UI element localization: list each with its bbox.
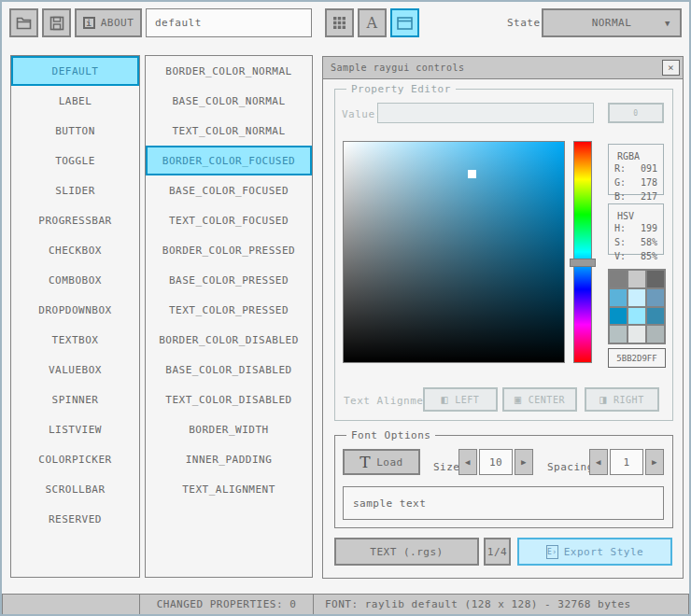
style-color-swatch[interactable] [647,308,664,325]
property-item[interactable]: BORDER_WIDTH [146,414,312,444]
sample-window-titlebar[interactable]: Sample raygui controls [323,57,683,79]
property-item[interactable]: BORDER_COLOR_NORMAL [146,56,312,86]
control-item-valuebox[interactable]: VALUEBOX [11,355,139,385]
style-color-swatch[interactable] [610,289,627,306]
value-box[interactable]: 0 [608,103,664,123]
properties-listview: BORDER_COLOR_NORMAL BASE_COLOR_NORMAL TE… [145,55,313,578]
close-icon: × [668,62,674,74]
close-window-button[interactable]: × [662,60,680,76]
align-right-icon: ◨ [599,395,607,404]
size-decrement-button[interactable]: ◀ [458,449,477,475]
color-picker-panel[interactable] [343,141,565,363]
style-color-swatch[interactable] [610,271,627,287]
control-item-scrollbar[interactable]: SCROLLBAR [11,474,139,504]
control-item-toggle[interactable]: TOGGLE [11,146,139,175]
spacing-value-box[interactable]: 1 [610,449,643,475]
hue-bar[interactable] [573,141,592,363]
open-style-button[interactable] [9,8,38,37]
spinner-left-icon: ◀ [465,457,471,467]
control-item-listview[interactable]: LISTVIEW [11,414,139,444]
style-color-swatch[interactable] [647,326,664,343]
control-item-slider[interactable]: SLIDER [11,175,139,205]
size-increment-button[interactable]: ▶ [515,449,533,475]
control-item-button[interactable]: BUTTON [11,116,139,146]
style-color-swatch[interactable] [628,326,645,343]
hex-value-box[interactable]: 5BB2D9FF [608,348,666,368]
property-item-selected[interactable]: BORDER_COLOR_FOCUSED [146,146,312,175]
control-item-textbox[interactable]: TEXTBOX [11,325,139,355]
hue-slider[interactable] [570,259,596,267]
folder-icon [16,16,32,30]
controls-listview: DEFAULT LABEL BUTTON TOGGLE SLIDER PROGR… [10,55,140,578]
property-item[interactable]: BASE_COLOR_PRESSED [146,265,312,295]
s-value: 58% [641,235,657,249]
statusbar-left [2,594,140,615]
spacing-decrement-button[interactable]: ◀ [589,449,608,475]
rgba-group: RGBA R:091 G:178 B:217 [608,144,664,195]
state-dropdown[interactable]: NORMAL ▼ [542,8,682,37]
control-item-label[interactable]: LABEL [11,86,139,116]
h-label: H: [614,221,626,235]
property-item[interactable]: TEXT_COLOR_PRESSED [146,295,312,325]
control-item-default[interactable]: DEFAULT [11,56,139,86]
property-item[interactable]: BORDER_COLOR_PRESSED [146,235,312,265]
align-left-button[interactable]: ◧ LEFT [423,387,498,412]
style-color-swatch[interactable] [647,271,664,287]
property-item[interactable]: TEXT_ALIGNMENT [146,474,312,504]
export-style-label: Export Style [564,546,643,558]
control-item-colorpicker[interactable]: COLORPICKER [11,444,139,474]
spacing-value: 1 [623,456,629,469]
property-item[interactable]: BASE_COLOR_DISABLED [146,355,312,385]
font-load-button[interactable]: T Load [343,449,420,475]
style-color-swatch[interactable] [628,308,645,325]
value-label: Value: [342,108,382,120]
style-page-button[interactable]: 1/4 [484,538,511,566]
style-color-swatch[interactable] [628,271,645,287]
controls-view-button[interactable] [390,8,419,37]
sample-text-box[interactable]: sample text [343,486,664,520]
property-item[interactable]: TEXT_COLOR_DISABLED [146,385,312,414]
state-dropdown-value: NORMAL [592,17,632,29]
value-slider[interactable] [377,103,594,123]
style-color-swatch[interactable] [610,326,627,343]
style-table-view-button[interactable] [325,8,354,37]
style-name-input[interactable] [146,8,312,37]
style-colors-grid [608,269,666,344]
font-load-label: Load [376,456,403,469]
font-T-icon: T [360,453,371,471]
property-item[interactable]: TEXT_COLOR_NORMAL [146,116,312,146]
control-item-spinner[interactable]: SPINNER [11,385,139,414]
control-item-combobox[interactable]: COMBOBOX [11,265,139,295]
align-right-button[interactable]: ◨ RIGHT [585,387,659,412]
b-value: 217 [641,189,657,203]
property-item[interactable]: BASE_COLOR_NORMAL [146,86,312,116]
export-style-button[interactable]: E› Export Style [517,538,672,566]
style-color-swatch[interactable] [610,308,627,325]
save-style-button[interactable] [42,8,71,37]
sample-text: sample text [353,497,426,510]
control-item-progressbar[interactable]: PROGRESSBAR [11,205,139,235]
property-item[interactable]: BORDER_COLOR_DISABLED [146,325,312,355]
font-view-button[interactable]: A [358,8,387,37]
rgba-group-label: RGBA [614,151,642,161]
save-icon [49,16,64,31]
property-item[interactable]: TEXT_COLOR_FOCUSED [146,205,312,235]
size-value-box[interactable]: 10 [479,449,513,475]
about-button[interactable]: i ABOUT [75,8,142,37]
align-center-button[interactable]: ▣ CENTER [502,387,577,412]
v-label: V: [614,249,626,263]
property-item[interactable]: BASE_COLOR_FOCUSED [146,175,312,205]
control-item-dropdownbox[interactable]: DROPDOWNBOX [11,295,139,325]
statusbar-changed-properties: CHANGED PROPERTIES: 0 [139,594,314,615]
sample-controls-window: Sample raygui controls × Property Editor… [322,56,684,579]
color-picker-cursor[interactable] [468,170,476,178]
style-color-swatch[interactable] [628,289,645,306]
control-item-reserved[interactable]: RESERVED [11,504,139,534]
spacing-increment-button[interactable]: ▶ [645,449,664,475]
control-item-checkbox[interactable]: CHECKBOX [11,235,139,265]
export-format-button[interactable]: TEXT (.rgs) [334,538,479,566]
font-A-icon: A [366,14,377,32]
style-color-swatch[interactable] [647,289,664,306]
window-panel-icon [397,17,413,30]
property-item[interactable]: INNER_PADDING [146,444,312,474]
